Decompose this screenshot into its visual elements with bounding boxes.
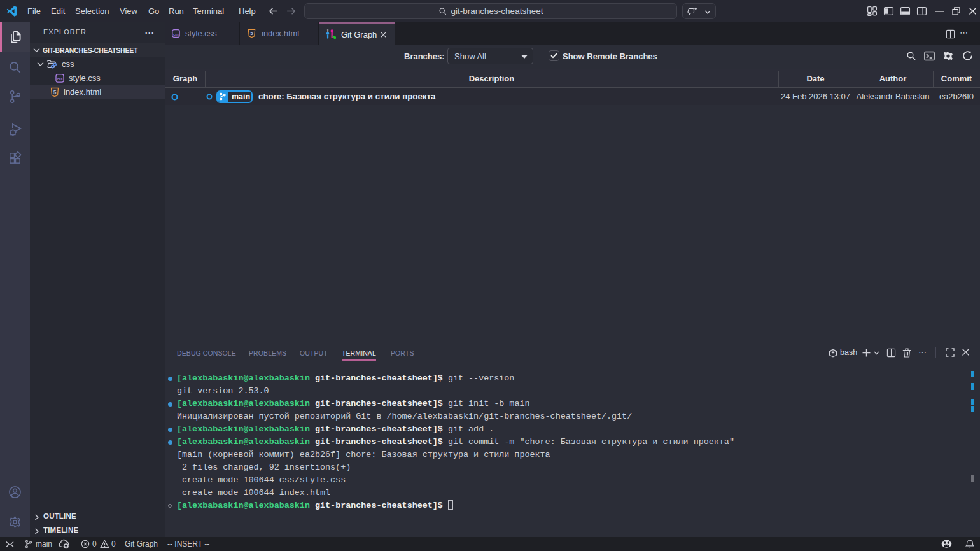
svg-text:5: 5 <box>250 31 253 36</box>
svg-text:5: 5 <box>53 89 57 95</box>
svg-text:css: css <box>57 77 63 81</box>
svg-text:css: css <box>173 32 179 36</box>
